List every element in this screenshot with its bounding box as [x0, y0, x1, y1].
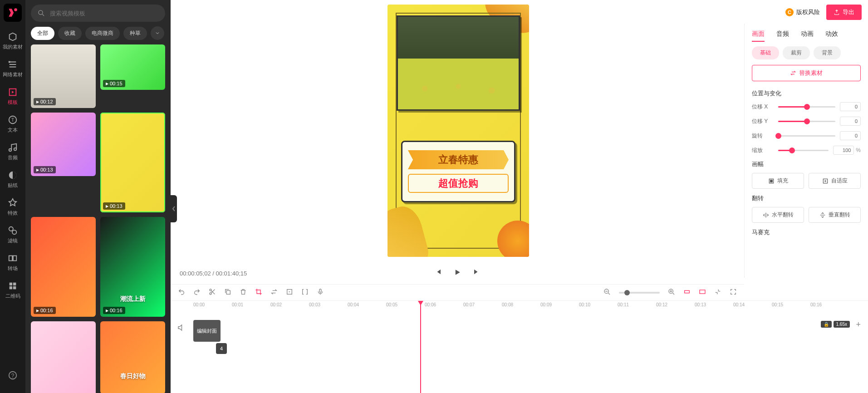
slider-track[interactable] — [778, 135, 835, 137]
nav-item-6[interactable]: 特效 — [0, 193, 25, 221]
slider-value[interactable]: 0 — [840, 131, 861, 140]
track-area[interactable]: 编辑封面 4 🔒 1.65x + — [171, 312, 868, 342]
template-card-7[interactable]: 春日好物 — [100, 321, 165, 393]
frame-btn-填充[interactable]: 填充 — [752, 173, 804, 189]
frame-section-title: 画幅 — [752, 160, 861, 168]
property-subtabs: 基础裁剪背景 — [752, 46, 861, 59]
prev-frame-button[interactable] — [434, 268, 442, 279]
slider-track[interactable] — [778, 150, 829, 151]
template-card-2[interactable]: 00:13 — [31, 113, 96, 176]
template-card-0[interactable]: 00:12 — [31, 44, 96, 108]
subtab-裁剪[interactable]: 裁剪 — [783, 46, 810, 59]
preview-mode-button[interactable] — [699, 288, 706, 297]
slider-value[interactable]: 0 — [840, 102, 861, 111]
template-duration: 00:16 — [103, 307, 125, 314]
zoom-out-button[interactable] — [603, 288, 611, 297]
copyright-risk-button[interactable]: C 版权风险 — [785, 8, 820, 16]
nav-item-7[interactable]: 滤镜 — [0, 221, 25, 249]
slider-label: 位移 X — [752, 103, 774, 111]
fit-button[interactable] — [683, 288, 691, 297]
search-box[interactable] — [31, 5, 165, 22]
app-logo[interactable] — [4, 4, 22, 22]
nav-item-9[interactable]: 二维码 — [0, 276, 25, 304]
property-panel: 画面音频动画动效 基础裁剪背景 替换素材 位置与变化 位移 X0位移 Y0旋转0… — [744, 24, 868, 278]
ruler-tick: 00:01 — [232, 302, 243, 307]
svg-rect-7 — [9, 256, 12, 261]
crop-button[interactable] — [255, 288, 262, 297]
crop-icon — [255, 288, 262, 295]
export-button[interactable]: 导出 — [826, 5, 862, 20]
play-button[interactable] — [453, 268, 462, 279]
collapse-timeline-button[interactable] — [714, 288, 721, 297]
svg-point-15 — [39, 10, 43, 15]
clip-speed-badge[interactable]: 🔒 1.65x — [821, 321, 850, 328]
template-card-4[interactable]: 00:16 — [31, 217, 96, 317]
lock-icon: 🔒 — [821, 321, 832, 328]
prop-tab-动画[interactable]: 动画 — [801, 30, 814, 42]
svg-rect-8 — [13, 256, 16, 261]
preview-frame[interactable]: 立春特惠 超值抢购 — [387, 5, 529, 257]
zoom-slider[interactable] — [619, 292, 660, 294]
search-input[interactable] — [50, 10, 159, 17]
redo-button[interactable] — [193, 288, 201, 297]
help-button[interactable]: ? — [0, 366, 25, 387]
step-forward-icon — [473, 268, 481, 276]
crop-video-button[interactable] — [301, 288, 309, 297]
collapse-panel-button[interactable] — [171, 195, 177, 222]
nav-item-5[interactable]: 贴纸 — [0, 166, 25, 193]
freeze-button[interactable] — [286, 288, 293, 297]
mute-track-button[interactable] — [177, 324, 185, 334]
prop-tab-音频[interactable]: 音频 — [776, 30, 789, 42]
prop-tab-动效[interactable]: 动效 — [825, 30, 838, 42]
add-track-button[interactable]: + — [856, 320, 861, 329]
more-tags-button[interactable] — [151, 26, 164, 40]
flip-btn-水平翻转[interactable]: 水平翻转 — [752, 207, 804, 223]
delete-button[interactable] — [240, 288, 247, 297]
tag-全部[interactable]: 全部 — [31, 27, 54, 40]
nav-item-3[interactable]: T文本 — [0, 110, 25, 138]
nav-item-1[interactable]: 网络素材 — [0, 55, 25, 83]
nav-item-8[interactable]: 转场 — [0, 249, 25, 276]
slider-track[interactable] — [778, 106, 835, 108]
template-card-5[interactable]: 潮流上新00:16 — [100, 217, 165, 317]
slider-value[interactable]: 0 — [840, 117, 861, 126]
nav-item-4[interactable]: 音频 — [0, 138, 25, 166]
copy-button[interactable] — [224, 288, 231, 297]
reverse-button[interactable] — [270, 288, 278, 297]
split-button[interactable] — [209, 288, 216, 297]
subtab-背景[interactable]: 背景 — [814, 46, 841, 59]
slider-value[interactable]: 100 — [833, 146, 854, 155]
template-card-6[interactable]: 把情话藏进花里00:12 — [31, 321, 96, 393]
voiceover-button[interactable] — [317, 288, 324, 297]
tag-收藏[interactable]: 收藏 — [58, 27, 82, 40]
slider-track[interactable] — [778, 121, 835, 122]
frame-btn-自适应[interactable]: 自适应 — [809, 173, 861, 189]
timeline-ruler[interactable]: 00:0000:0100:0200:0300:0400:0500:0600:07… — [171, 301, 868, 312]
tag-电商微商[interactable]: 电商微商 — [85, 27, 120, 40]
ruler-tick: 00:13 — [695, 302, 706, 307]
subtab-基础[interactable]: 基础 — [752, 46, 779, 59]
canvas-area[interactable]: 立春特惠 超值抢购 — [171, 0, 744, 274]
template-card-1[interactable]: 00:15 — [100, 44, 165, 90]
zoom-in-button[interactable] — [668, 288, 675, 297]
nav-item-2[interactable]: 模板 — [0, 83, 25, 110]
prop-tab-画面[interactable]: 画面 — [752, 30, 765, 42]
undo-button[interactable] — [178, 288, 185, 297]
cover-clip[interactable]: 编辑封面 — [193, 320, 221, 342]
nav-item-0[interactable]: 我的素材 — [0, 27, 25, 55]
next-frame-button[interactable] — [473, 268, 481, 279]
slider-row-3: 缩放100% — [752, 146, 861, 155]
flip-section-title: 翻转 — [752, 194, 861, 202]
timeline[interactable]: 00:0000:0100:0200:0300:0400:0500:0600:07… — [171, 300, 868, 393]
template-duration: 00:13 — [34, 166, 56, 173]
flip-btn-垂直翻转[interactable]: 垂直翻转 — [809, 207, 861, 223]
template-card-3[interactable]: 00:13 — [100, 113, 165, 212]
fullscreen-button[interactable] — [730, 288, 737, 297]
tag-种草[interactable]: 种草 — [123, 27, 147, 40]
slider-label: 位移 Y — [752, 118, 774, 125]
replace-asset-button[interactable]: 替换素材 — [752, 65, 861, 81]
playhead[interactable] — [420, 301, 421, 393]
video-clip[interactable]: 4 — [216, 343, 227, 354]
svg-rect-12 — [13, 286, 16, 289]
template-grid[interactable]: 00:1200:1500:1300:1300:16潮流上新00:16把情话藏进花… — [25, 44, 171, 393]
